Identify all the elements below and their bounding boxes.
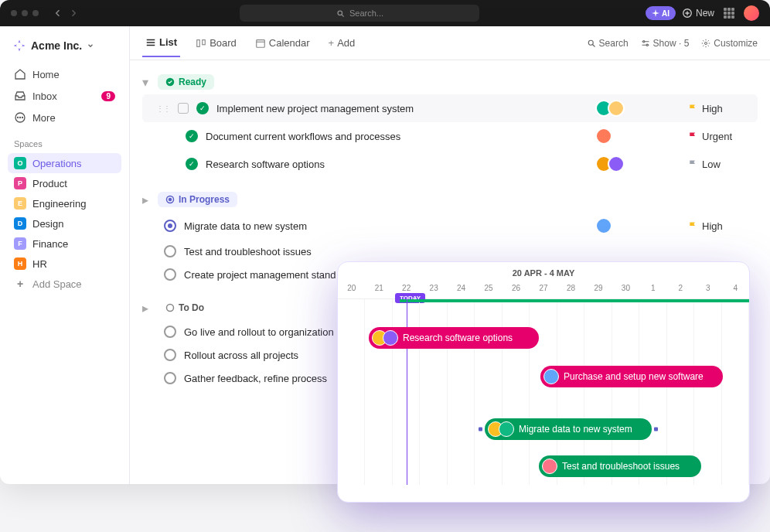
row-checkbox[interactable] (178, 103, 189, 114)
global-search[interactable]: Search... (240, 5, 479, 22)
task-status-icon[interactable] (164, 220, 176, 232)
calendar-icon (255, 38, 266, 49)
gantt-body[interactable]: Research software options Purchase and s… (338, 299, 749, 485)
more-icon (14, 111, 26, 124)
task-status-icon[interactable]: ✓ (186, 158, 198, 170)
priority-cell[interactable]: High (688, 103, 758, 114)
svg-point-15 (169, 198, 172, 202)
collapse-caret[interactable]: ▾ (142, 75, 152, 90)
space-label: HR (32, 258, 47, 270)
toolbar-search[interactable]: Search (587, 38, 629, 49)
bar-avatars (372, 330, 398, 346)
priority-label: High (702, 220, 723, 232)
workspace-switcher[interactable]: Acme Inc. (8, 36, 121, 56)
collapse-caret[interactable]: ▸ (142, 301, 152, 315)
status-pill-in-progress[interactable]: In Progress (158, 192, 237, 207)
user-avatar[interactable] (744, 5, 759, 21)
avatar (383, 330, 398, 346)
view-tab-calendar[interactable]: Calendar (252, 37, 313, 56)
avatar (608, 100, 625, 117)
gantt-date-range: 20 APR - 4 MAY (338, 262, 749, 281)
plus-icon: + (329, 37, 335, 49)
inbox-icon (14, 90, 26, 102)
minimize-window[interactable] (22, 10, 28, 16)
spaces-label: Spaces (8, 128, 121, 153)
task-status-icon[interactable] (164, 268, 176, 281)
board-icon (196, 38, 206, 49)
gantt-bar[interactable]: Research software options (369, 327, 539, 349)
task-row[interactable]: Test and troubleshoot issues (142, 240, 758, 263)
task-status-icon[interactable] (164, 245, 176, 257)
svg-point-10 (642, 40, 644, 42)
task-row[interactable]: ✓Document current workflows and processe… (142, 122, 758, 150)
svg-point-12 (705, 42, 707, 44)
priority-cell[interactable]: Low (688, 159, 758, 170)
apps-icon[interactable] (724, 8, 734, 19)
svg-rect-6 (197, 39, 200, 46)
back-button[interactable] (53, 8, 63, 19)
sidebar-space-hr[interactable]: HHR (8, 254, 121, 274)
new-button[interactable]: New (682, 8, 714, 19)
sidebar-more[interactable]: More (8, 107, 121, 128)
task-row[interactable]: ✓Research software optionsLow (142, 150, 758, 178)
ai-button[interactable]: AI (646, 6, 676, 20)
drag-handle[interactable]: ⋮⋮ (156, 104, 170, 113)
toolbar-customize[interactable]: Customize (701, 38, 758, 49)
sidebar-space-product[interactable]: PProduct (8, 173, 121, 193)
avatar (595, 217, 612, 234)
space-label: Product (32, 178, 67, 189)
list-icon (145, 37, 156, 48)
gantt-date: 4 (722, 281, 749, 298)
svg-point-4 (20, 118, 21, 118)
sidebar-space-finance[interactable]: FFinance (8, 234, 121, 254)
task-name: Document current workflows and processes (206, 131, 588, 142)
gantt-date: 21 (365, 281, 392, 298)
gantt-date: 30 (612, 281, 639, 298)
status-pill-todo[interactable]: To Do (158, 300, 212, 315)
status-pill-ready[interactable]: Ready (158, 74, 214, 90)
gantt-date: 28 (557, 281, 584, 298)
sidebar-space-operations[interactable]: OOperations (8, 153, 121, 173)
gantt-date: 3 (694, 281, 721, 298)
space-label: Finance (32, 238, 68, 250)
task-status-icon[interactable] (164, 326, 176, 338)
sidebar-home[interactable]: Home (8, 63, 121, 85)
collapse-caret[interactable]: ▸ (142, 193, 152, 207)
assignees[interactable] (595, 100, 665, 117)
resize-handle[interactable] (654, 428, 658, 431)
maximize-window[interactable] (32, 10, 39, 16)
task-status-icon[interactable]: ✓ (196, 102, 209, 114)
assignees[interactable] (595, 217, 665, 234)
space-badge: F (14, 237, 26, 250)
task-name: Test and troubleshoot issues (184, 246, 758, 257)
task-status-icon[interactable] (164, 372, 176, 384)
task-row[interactable]: Migrate data to new systemHigh (142, 212, 758, 240)
task-row[interactable]: ⋮⋮✓Implement new project management syst… (142, 94, 758, 122)
toolbar-show[interactable]: Show · 5 (641, 38, 690, 49)
space-badge: D (14, 217, 26, 230)
add-space-button[interactable]: + Add Space (8, 274, 121, 294)
flag-icon (688, 104, 697, 113)
view-tab-board[interactable]: Board (192, 37, 240, 56)
priority-cell[interactable]: Urgent (688, 131, 758, 142)
sidebar-space-engineering[interactable]: EEngineering (8, 193, 121, 213)
gantt-bar[interactable]: Purchase and setup new software (540, 366, 723, 387)
gantt-date: 1 (639, 281, 666, 298)
priority-cell[interactable]: High (688, 220, 758, 232)
assignees[interactable] (595, 155, 665, 172)
gantt-date: 26 (503, 281, 530, 298)
gantt-bar[interactable]: Migrate data to new system (485, 418, 652, 440)
add-view-button[interactable]: + Add (325, 37, 359, 56)
resize-handle[interactable] (479, 428, 482, 431)
task-status-icon[interactable]: ✓ (186, 130, 198, 142)
flag-icon (688, 159, 697, 169)
gantt-bar[interactable]: Test and troubleshoot issues (539, 455, 701, 477)
view-tab-list[interactable]: List (142, 36, 180, 57)
titlebar: Search... AI New (0, 0, 770, 26)
assignees[interactable] (595, 128, 665, 145)
forward-button[interactable] (68, 8, 79, 19)
sidebar-space-design[interactable]: DDesign (8, 213, 121, 234)
sidebar-inbox[interactable]: Inbox 9 (8, 85, 121, 107)
task-status-icon[interactable] (164, 349, 176, 361)
close-window[interactable] (11, 10, 17, 16)
